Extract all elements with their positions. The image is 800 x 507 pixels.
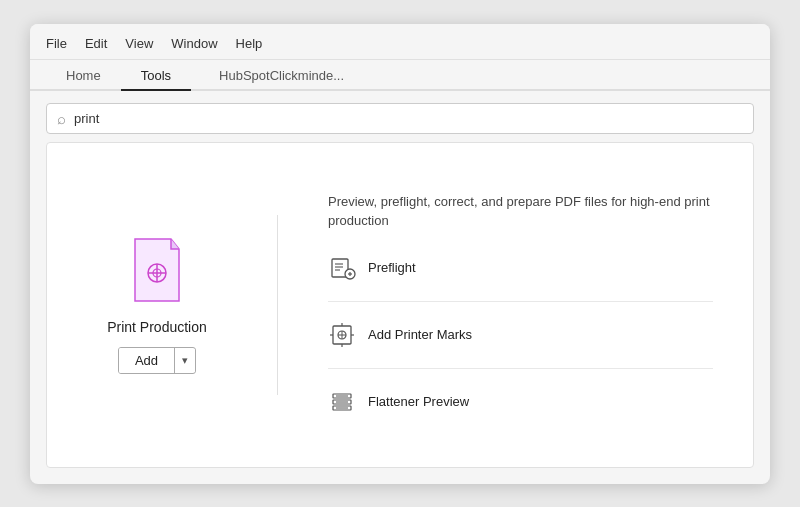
vertical-divider <box>277 215 278 395</box>
menu-edit[interactable]: Edit <box>85 34 107 53</box>
add-button-group: Add ▾ <box>118 347 196 374</box>
content-area: Print Production Add ▾ Preview, prefligh… <box>46 142 754 468</box>
add-button[interactable]: Add <box>119 348 175 373</box>
tool-right: Preview, preflight, correct, and prepare… <box>328 192 713 419</box>
flattener-icon <box>328 388 356 416</box>
tab-tools[interactable]: Tools <box>121 60 191 91</box>
tab-home[interactable]: Home <box>46 60 121 91</box>
print-production-icon <box>127 235 187 308</box>
app-window: File Edit View Window Help Home Tools Hu… <box>30 24 770 484</box>
menu-file[interactable]: File <box>46 34 67 53</box>
printer-marks-icon <box>328 321 356 349</box>
add-dropdown-button[interactable]: ▾ <box>175 349 195 372</box>
sub-item-printer-marks[interactable]: Add Printer Marks <box>328 318 713 352</box>
tab-hubspot[interactable]: HubSpotClickminde... <box>199 60 364 89</box>
menu-window[interactable]: Window <box>171 34 217 53</box>
preflight-icon <box>328 254 356 282</box>
sub-item-preflight[interactable]: Preflight <box>328 251 713 285</box>
printer-marks-label: Add Printer Marks <box>368 327 472 342</box>
tool-description: Preview, preflight, correct, and prepare… <box>328 192 713 231</box>
menu-view[interactable]: View <box>125 34 153 53</box>
search-icon: ⌕ <box>57 110 66 127</box>
search-bar: ⌕ <box>46 103 754 134</box>
sub-divider-1 <box>328 301 713 302</box>
preflight-label: Preflight <box>368 260 416 275</box>
search-input[interactable] <box>74 111 743 126</box>
tool-label: Print Production <box>107 319 207 335</box>
tool-icon-wrapper <box>127 237 187 307</box>
tool-left: Print Production Add ▾ <box>87 237 227 374</box>
flattener-label: Flattener Preview <box>368 394 469 409</box>
menu-help[interactable]: Help <box>236 34 263 53</box>
menu-bar: File Edit View Window Help <box>30 24 770 60</box>
sub-item-flattener[interactable]: Flattener Preview <box>328 385 713 419</box>
sub-divider-2 <box>328 368 713 369</box>
tabs-bar: Home Tools HubSpotClickminde... <box>30 60 770 91</box>
